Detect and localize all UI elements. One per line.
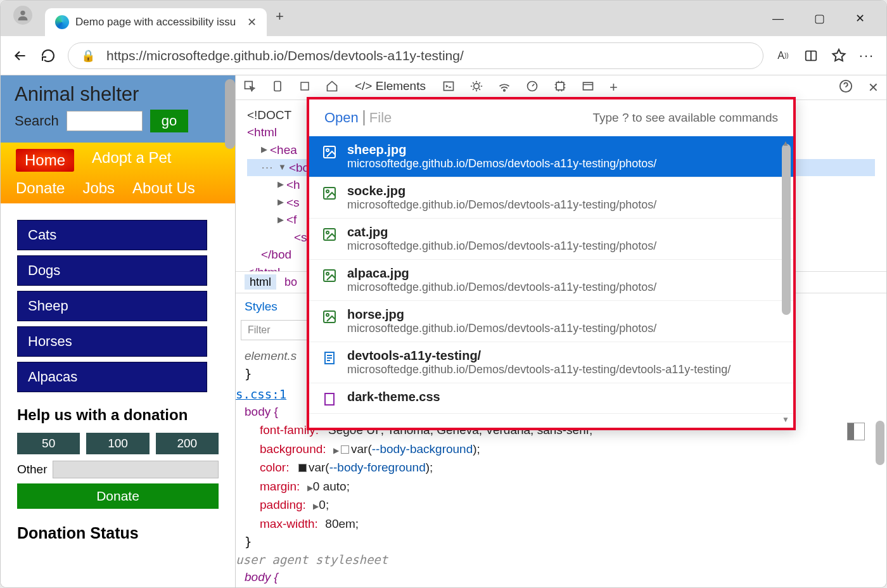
category-alpacas[interactable]: Alpacas bbox=[17, 362, 207, 392]
cmd-result-list: sheep.jpgmicrosoftedge.github.io/Demos/d… bbox=[309, 136, 793, 428]
elements-tab[interactable]: </> Elements bbox=[354, 75, 427, 99]
titlebar: Demo page with accessibility issu ✕ + — … bbox=[1, 1, 886, 36]
main-nav: Home Adopt a Pet Donate Jobs About Us bbox=[1, 143, 235, 203]
nav-about[interactable]: About Us bbox=[132, 179, 195, 197]
cmd-item-dark-theme-css[interactable]: dark-theme.css bbox=[309, 383, 793, 414]
go-button[interactable]: go bbox=[150, 110, 188, 132]
reader-icon[interactable] bbox=[803, 48, 819, 64]
tab-close-icon[interactable]: ✕ bbox=[247, 15, 257, 29]
other-input[interactable] bbox=[53, 461, 219, 478]
cmd-hint: Type ? to see available commands bbox=[592, 111, 778, 125]
svg-point-7 bbox=[504, 89, 506, 91]
network-icon[interactable] bbox=[498, 80, 511, 95]
rendered-page: Animal shelter Search go Home Adopt a Pe… bbox=[1, 75, 235, 587]
svg-rect-3 bbox=[274, 81, 281, 91]
cmd-item-devtools-a11y-testing-[interactable]: devtools-a11y-testing/microsoftedge.gith… bbox=[309, 342, 793, 383]
svg-point-21 bbox=[326, 314, 329, 316]
tab-title: Demo page with accessibility issu bbox=[75, 16, 236, 29]
dock-side-icon[interactable] bbox=[847, 423, 865, 440]
more-icon[interactable]: ··· bbox=[858, 48, 875, 64]
favorite-icon[interactable] bbox=[831, 48, 847, 64]
cmd-item-alpaca-jpg[interactable]: alpaca.jpgmicrosoftedge.github.io/Demos/… bbox=[309, 260, 793, 301]
svg-rect-5 bbox=[444, 82, 453, 90]
help-icon[interactable] bbox=[839, 79, 853, 96]
svg-point-17 bbox=[326, 231, 329, 234]
svg-point-19 bbox=[326, 272, 329, 275]
more-tabs-icon[interactable]: + bbox=[609, 79, 618, 96]
nav-adopt[interactable]: Adopt a Pet bbox=[92, 149, 171, 172]
category-list: CatsDogsSheepHorsesAlpacas bbox=[1, 203, 235, 392]
nav-home[interactable]: Home bbox=[16, 149, 74, 172]
device-icon[interactable] bbox=[271, 80, 284, 95]
cmd-item-socke-jpg[interactable]: socke.jpgmicrosoftedge.github.io/Demos/d… bbox=[309, 177, 793, 219]
donation-status-heading: Donation Status bbox=[17, 524, 219, 542]
memory-icon[interactable] bbox=[554, 80, 566, 95]
user-agent-label: user agent stylesheet bbox=[236, 553, 874, 566]
other-label: Other bbox=[17, 463, 48, 476]
console-icon[interactable] bbox=[442, 80, 455, 95]
url-text: https://microsoftedge.github.io/Demos/de… bbox=[106, 48, 464, 63]
cmd-item-horse-jpg[interactable]: horse.jpgmicrosoftedge.github.io/Demos/d… bbox=[309, 301, 793, 342]
application-icon[interactable] bbox=[582, 80, 594, 95]
command-menu: Open File Type ? to see available comman… bbox=[307, 97, 796, 430]
page-scrollbar[interactable] bbox=[225, 79, 235, 149]
page-title: Animal shelter bbox=[15, 83, 221, 106]
address-bar: 🔒 https://microsoftedge.github.io/Demos/… bbox=[1, 36, 886, 75]
url-box[interactable]: 🔒 https://microsoftedge.github.io/Demos/… bbox=[68, 42, 763, 69]
file-type-icon bbox=[322, 392, 337, 407]
refresh-button[interactable] bbox=[40, 48, 56, 64]
cmd-item-cat-jpg[interactable]: cat.jpgmicrosoftedge.github.io/Demos/dev… bbox=[309, 219, 793, 260]
file-type-icon bbox=[322, 227, 337, 242]
edge-icon bbox=[55, 15, 69, 29]
svg-rect-23 bbox=[325, 393, 334, 405]
home-icon[interactable] bbox=[326, 80, 338, 95]
file-type-icon bbox=[322, 144, 337, 160]
search-label: Search bbox=[15, 113, 59, 129]
cmd-item-sheep-jpg[interactable]: sheep.jpgmicrosoftedge.github.io/Demos/d… bbox=[309, 136, 793, 177]
svg-point-0 bbox=[20, 11, 25, 15]
profile-avatar[interactable] bbox=[13, 6, 32, 25]
nav-jobs[interactable]: Jobs bbox=[82, 179, 115, 197]
category-cats[interactable]: Cats bbox=[17, 220, 207, 250]
minimize-icon[interactable]: — bbox=[772, 12, 784, 25]
nav-donate[interactable]: Donate bbox=[16, 179, 65, 197]
bug-icon[interactable] bbox=[470, 80, 483, 95]
devtools-scrollbar[interactable] bbox=[876, 421, 884, 465]
cmd-open-label: Open bbox=[324, 110, 359, 126]
file-type-icon bbox=[322, 309, 337, 324]
close-icon[interactable]: ✕ bbox=[855, 11, 865, 25]
file-type-icon bbox=[322, 350, 337, 366]
donation-heading: Help us with a donation bbox=[17, 406, 219, 424]
svg-rect-4 bbox=[301, 82, 309, 90]
donate-button[interactable]: Donate bbox=[17, 483, 219, 509]
svg-rect-10 bbox=[583, 82, 592, 90]
inspect-icon[interactable] bbox=[243, 80, 256, 95]
browser-tab[interactable]: Demo page with accessibility issu ✕ bbox=[45, 8, 267, 36]
svg-rect-2 bbox=[245, 81, 253, 89]
file-type-icon bbox=[322, 186, 337, 201]
lock-icon: 🔒 bbox=[81, 49, 95, 63]
svg-rect-9 bbox=[556, 82, 564, 90]
new-tab-button[interactable]: + bbox=[276, 8, 284, 25]
category-dogs[interactable]: Dogs bbox=[17, 255, 207, 286]
welcome-icon[interactable] bbox=[299, 80, 310, 94]
svg-point-13 bbox=[326, 149, 329, 151]
cmd-file-placeholder: File bbox=[369, 110, 392, 126]
file-type-icon bbox=[322, 268, 337, 283]
donate-50[interactable]: 50 bbox=[17, 433, 80, 454]
donate-200[interactable]: 200 bbox=[156, 433, 219, 454]
svg-point-15 bbox=[326, 190, 329, 193]
maximize-icon[interactable]: ▢ bbox=[814, 11, 825, 25]
category-horses[interactable]: Horses bbox=[17, 326, 207, 357]
performance-icon[interactable] bbox=[526, 80, 539, 95]
devtools-close-icon[interactable]: ✕ bbox=[868, 80, 879, 95]
read-aloud-icon[interactable]: A)) bbox=[775, 48, 791, 64]
back-button[interactable] bbox=[12, 48, 29, 64]
donate-100[interactable]: 100 bbox=[86, 433, 149, 454]
svg-point-6 bbox=[474, 84, 479, 89]
search-input[interactable] bbox=[67, 111, 143, 131]
category-sheep[interactable]: Sheep bbox=[17, 291, 207, 321]
cmd-scrollbar[interactable] bbox=[782, 144, 791, 315]
